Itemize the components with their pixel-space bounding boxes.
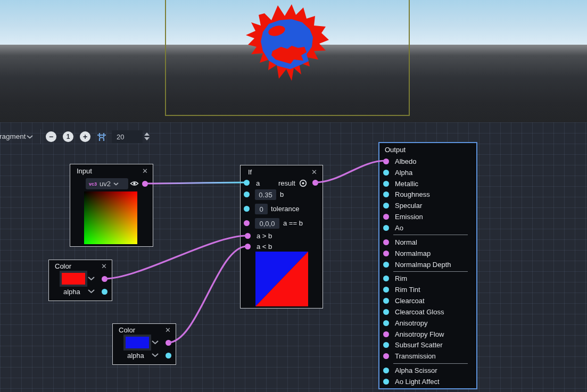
close-icon[interactable]: ✕ bbox=[101, 262, 107, 270]
output-port-row: Normalmap bbox=[379, 248, 476, 259]
port-subsurf-scatter-input[interactable] bbox=[383, 342, 389, 348]
port-emission-input[interactable] bbox=[383, 214, 389, 220]
port-color-output[interactable] bbox=[102, 276, 108, 282]
node-color-blue[interactable]: Color ✕ alpha bbox=[112, 323, 176, 365]
zoom-out-button[interactable]: − bbox=[46, 131, 56, 142]
output-port-label: Normalmap Depth bbox=[395, 261, 451, 269]
chevron-down-icon[interactable] bbox=[152, 340, 159, 345]
output-port-label: Ao bbox=[395, 224, 403, 232]
vec3-type-icon: vc3 bbox=[89, 181, 97, 187]
output-port-label: Normal bbox=[395, 238, 417, 246]
field-tolerance[interactable]: 0 bbox=[255, 204, 268, 214]
output-port-row: Ao bbox=[379, 222, 476, 233]
port-result-output[interactable] bbox=[312, 180, 318, 186]
output-port-label: Roughness bbox=[395, 190, 430, 198]
camera-preview-frame bbox=[165, 0, 410, 116]
port-normal-input[interactable] bbox=[383, 239, 389, 245]
output-port-row: Albedo bbox=[379, 156, 476, 167]
output-port-row: Alpha Scissor bbox=[379, 365, 476, 376]
output-port-row: Alpha bbox=[379, 167, 476, 178]
output-port-row: Roughness bbox=[379, 189, 476, 201]
shader-mode-dropdown[interactable]: ragment bbox=[0, 132, 26, 140]
port-normalmap-input[interactable] bbox=[383, 251, 389, 256]
output-port-label: Rim Tint bbox=[395, 286, 420, 294]
output-port-label: Metallic bbox=[395, 180, 418, 188]
port-clearcoat-input[interactable] bbox=[383, 298, 389, 304]
output-port-row: Specular bbox=[379, 200, 476, 211]
chevron-down-icon[interactable] bbox=[88, 277, 95, 281]
field-b[interactable]: 0.35 bbox=[255, 189, 276, 200]
output-port-label: Alpha bbox=[395, 169, 412, 177]
port-aeqb-label: a == b bbox=[283, 219, 303, 227]
field-aeqb[interactable]: 0,0,0 bbox=[255, 218, 279, 229]
stepper-up-icon[interactable] bbox=[144, 132, 150, 136]
port-aeqb-input[interactable] bbox=[244, 220, 250, 226]
port-agtb-input[interactable] bbox=[245, 233, 251, 239]
port-roughness-input[interactable] bbox=[383, 191, 389, 197]
port-a-input[interactable] bbox=[244, 180, 250, 186]
output-port-label: Normalmap bbox=[395, 249, 431, 257]
port-anisotropy-input[interactable] bbox=[383, 320, 389, 326]
input-type-dropdown[interactable]: vc3 uv2 bbox=[86, 178, 128, 189]
port-group-separator bbox=[393, 363, 468, 364]
output-port-row: Normal bbox=[379, 237, 476, 248]
output-port-row: Anisotropy bbox=[379, 318, 476, 329]
node-output[interactable]: Output AlbedoAlphaMetallicRoughnessSpecu… bbox=[379, 143, 477, 389]
node-color-red[interactable]: Color ✕ alpha bbox=[48, 260, 112, 301]
output-port-label: Emission bbox=[395, 213, 423, 221]
port-a-label: a bbox=[256, 179, 260, 187]
output-port-label: Subsurf Scatter bbox=[395, 341, 443, 349]
zoom-reset-button[interactable]: 1 bbox=[63, 131, 73, 142]
port-anisotropy-flow-input[interactable] bbox=[383, 331, 389, 337]
port-color-output[interactable] bbox=[166, 340, 171, 346]
output-port-label: Albedo bbox=[395, 157, 416, 165]
port-ao-light-affect-input[interactable] bbox=[383, 379, 389, 385]
port-transmission-input[interactable] bbox=[383, 353, 389, 359]
port-alpha-output[interactable] bbox=[102, 289, 108, 295]
alpha-label: alpha bbox=[127, 352, 144, 360]
color-picker-button[interactable] bbox=[60, 271, 87, 287]
port-rim-input[interactable] bbox=[383, 276, 389, 281]
port-rim-tint-input[interactable] bbox=[383, 287, 389, 293]
port-agtb-label: a > b bbox=[257, 232, 272, 240]
port-ao-input[interactable] bbox=[383, 225, 389, 231]
port-albedo-input[interactable] bbox=[383, 159, 389, 164]
port-altb-input[interactable] bbox=[245, 244, 251, 249]
stepper-down-icon[interactable] bbox=[144, 137, 150, 140]
chevron-down-icon[interactable] bbox=[88, 289, 95, 294]
if-result-preview bbox=[255, 252, 308, 306]
chevron-down-icon bbox=[27, 135, 33, 139]
port-specular-input[interactable] bbox=[383, 203, 389, 208]
zoom-in-button[interactable]: + bbox=[80, 131, 90, 142]
port-tolerance-input[interactable] bbox=[244, 206, 250, 212]
color-picker-button[interactable] bbox=[123, 335, 151, 351]
port-alpha-input[interactable] bbox=[383, 170, 389, 176]
color-swatch bbox=[62, 273, 85, 285]
output-port-label: Clearcoat Gloss bbox=[395, 308, 444, 316]
preview-eye-icon[interactable] bbox=[130, 180, 139, 187]
snap-distance-field[interactable]: 20 bbox=[112, 130, 143, 143]
snap-toggle-icon[interactable] bbox=[96, 132, 107, 141]
port-group-separator bbox=[393, 235, 468, 235]
close-icon[interactable]: ✕ bbox=[311, 168, 317, 176]
snap-distance-stepper[interactable] bbox=[144, 132, 150, 140]
port-alpha-output[interactable] bbox=[166, 353, 171, 358]
port-normalmap-depth-input[interactable] bbox=[383, 262, 389, 268]
close-icon[interactable]: ✕ bbox=[142, 167, 148, 175]
node-title: Color bbox=[55, 262, 71, 270]
output-port-row: Anisotropy Flow bbox=[379, 329, 476, 340]
output-port-label: Clearcoat bbox=[395, 297, 425, 305]
node-if[interactable]: If ✕ a result 0.35 b 0 tolerance 0,0,0 a… bbox=[240, 165, 323, 308]
close-icon[interactable]: ✕ bbox=[165, 326, 171, 334]
output-port-row: Subsurf Scatter bbox=[379, 340, 476, 351]
port-alpha-scissor-input[interactable] bbox=[383, 368, 389, 373]
port-b-input[interactable] bbox=[244, 191, 250, 197]
chevron-down-icon[interactable] bbox=[152, 353, 159, 357]
node-input[interactable]: Input ✕ vc3 uv2 bbox=[70, 164, 153, 247]
output-port-label: Transmission bbox=[395, 352, 436, 360]
result-eye-icon[interactable] bbox=[299, 179, 307, 187]
port-metallic-input[interactable] bbox=[383, 181, 389, 187]
port-clearcoat-gloss-input[interactable] bbox=[383, 309, 389, 315]
port-uv2-output[interactable] bbox=[142, 181, 148, 187]
node-title: Input bbox=[77, 167, 92, 175]
